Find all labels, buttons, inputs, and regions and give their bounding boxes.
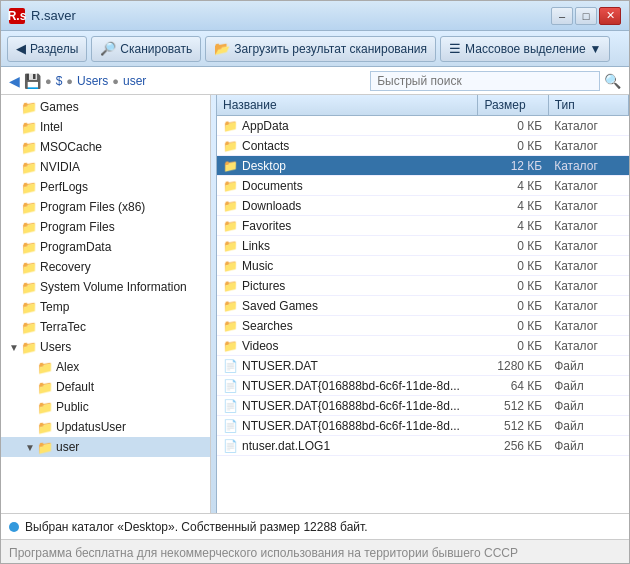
file-size: 0 КБ <box>478 316 548 336</box>
tree-item[interactable]: 📁 NVIDIA <box>1 157 210 177</box>
file-type: Каталог <box>548 276 628 296</box>
file-name: 📁Saved Games <box>217 296 478 316</box>
file-type: Каталог <box>548 336 628 356</box>
file-size: 4 КБ <box>478 216 548 236</box>
tree-item[interactable]: 📁 Public <box>1 397 210 417</box>
breadcrumb-users[interactable]: Users <box>77 74 108 88</box>
table-row[interactable]: 📁Saved Games 0 КБ Каталог <box>217 296 629 316</box>
folder-icon: 📁 <box>223 319 238 333</box>
status-message: Выбран каталог «Desktop». Собственный ра… <box>25 520 368 534</box>
file-name: 📁Favorites <box>217 216 478 236</box>
table-row[interactable]: 📁Contacts 0 КБ Каталог <box>217 136 629 156</box>
tree-item[interactable]: 📁 Games <box>1 97 210 117</box>
footer-bar: Программа бесплатна для некоммерческого … <box>1 539 629 564</box>
tree-item[interactable]: 📁 Alex <box>1 357 210 377</box>
file-name: 📄NTUSER.DAT{016888bd-6c6f-11de-8d... <box>217 376 478 396</box>
tree-item[interactable]: 📁 MSOCache <box>1 137 210 157</box>
table-row[interactable]: 📁Downloads 4 КБ Каталог <box>217 196 629 216</box>
table-row[interactable]: 📄NTUSER.DAT{016888bd-6c6f-11de-8d... 64 … <box>217 376 629 396</box>
tree-item[interactable]: 📁 Intel <box>1 117 210 137</box>
tree-item[interactable]: 📁 Program Files <box>1 217 210 237</box>
table-row[interactable]: 📁Desktop 12 КБ Каталог <box>217 156 629 176</box>
file-name: 📁Music <box>217 256 478 276</box>
folder-icon: 📁 <box>37 380 53 395</box>
file-panel: Название Размер Тип 📁AppData 0 КБ Катало… <box>217 95 629 513</box>
table-row[interactable]: 📁Videos 0 КБ Каталог <box>217 336 629 356</box>
folder-icon: 📁 <box>223 179 238 193</box>
folder-icon: 📁 <box>21 300 37 315</box>
breadcrumb-user[interactable]: user <box>123 74 146 88</box>
file-table: Название Размер Тип 📁AppData 0 КБ Катало… <box>217 95 629 456</box>
file-size: 0 КБ <box>478 336 548 356</box>
expand-icon: ▼ <box>9 342 21 353</box>
table-row[interactable]: 📁Documents 4 КБ Каталог <box>217 176 629 196</box>
file-type: Файл <box>548 376 628 396</box>
tree-item[interactable]: ▼ 📁 Users <box>1 337 210 357</box>
table-row[interactable]: 📁Searches 0 КБ Каталог <box>217 316 629 336</box>
tree-item[interactable]: 📁 TerraTec <box>1 317 210 337</box>
col-header-type[interactable]: Тип <box>548 95 628 116</box>
sections-button[interactable]: ◀ Разделы <box>7 36 87 62</box>
table-row[interactable]: 📁Music 0 КБ Каталог <box>217 256 629 276</box>
table-row[interactable]: 📄NTUSER.DAT{016888bd-6c6f-11de-8d... 512… <box>217 396 629 416</box>
file-type: Файл <box>548 396 628 416</box>
sections-icon: ◀ <box>16 41 26 56</box>
file-icon: 📄 <box>223 399 238 413</box>
file-type: Каталог <box>548 196 628 216</box>
table-row[interactable]: 📁Links 0 КБ Каталог <box>217 236 629 256</box>
tree-item[interactable]: 📁 Default <box>1 377 210 397</box>
load-scan-button[interactable]: 📂 Загрузить результат сканирования <box>205 36 436 62</box>
tree-panel: 📁 Games 📁 Intel 📁 MSOCache 📁 NVIDIA 📁 Pe… <box>1 95 211 513</box>
window-controls: – □ ✕ <box>551 7 621 25</box>
tree-item[interactable]: 📁 ProgramData <box>1 237 210 257</box>
scan-button[interactable]: 🔎 Сканировать <box>91 36 201 62</box>
status-indicator <box>9 522 19 532</box>
search-input[interactable] <box>370 71 600 91</box>
minimize-button[interactable]: – <box>551 7 573 25</box>
tree-item[interactable]: 📁 Temp <box>1 297 210 317</box>
window-title: R.saver <box>31 8 76 23</box>
folder-icon: 📁 <box>223 279 238 293</box>
folder-icon: 📁 <box>21 140 37 155</box>
tree-item[interactable]: ▼ 📁 user <box>1 437 210 457</box>
breadcrumb-bar: ◀ 💾 ● $ ● Users ● user 🔍 <box>1 67 629 95</box>
title-bar: R.s R.saver – □ ✕ <box>1 1 629 31</box>
tree-item-label: Alex <box>56 360 79 374</box>
close-button[interactable]: ✕ <box>599 7 621 25</box>
tree-item[interactable]: 📁 System Volume Information <box>1 277 210 297</box>
table-row[interactable]: 📄ntuser.dat.LOG1 256 КБ Файл <box>217 436 629 456</box>
table-row[interactable]: 📁Favorites 4 КБ Каталог <box>217 216 629 236</box>
table-row[interactable]: 📄NTUSER.DAT 1280 КБ Файл <box>217 356 629 376</box>
file-size: 64 КБ <box>478 376 548 396</box>
table-row[interactable]: 📄NTUSER.DAT{016888bd-6c6f-11de-8d... 512… <box>217 416 629 436</box>
file-type: Файл <box>548 356 628 376</box>
hdd-icon: 💾 <box>24 73 41 89</box>
tree-item[interactable]: 📁 PerfLogs <box>1 177 210 197</box>
table-row[interactable]: 📁AppData 0 КБ Каталог <box>217 116 629 136</box>
maximize-button[interactable]: □ <box>575 7 597 25</box>
tree-item[interactable]: 📁 UpdatusUser <box>1 417 210 437</box>
col-header-name[interactable]: Название <box>217 95 478 116</box>
tree-item[interactable]: 📁 Recovery <box>1 257 210 277</box>
tree-item-label: Public <box>56 400 89 414</box>
file-name: 📁Contacts <box>217 136 478 156</box>
tree-item-label: System Volume Information <box>40 280 187 294</box>
folder-icon: 📁 <box>223 259 238 273</box>
col-header-size[interactable]: Размер <box>478 95 548 116</box>
file-type: Файл <box>548 436 628 456</box>
folder-icon: 📁 <box>21 340 37 355</box>
breadcrumb-dollar[interactable]: $ <box>56 74 63 88</box>
folder-icon: 📁 <box>223 219 238 233</box>
bulk-select-button[interactable]: ☰ Массовое выделение ▼ <box>440 36 610 62</box>
file-type: Каталог <box>548 256 628 276</box>
folder-icon: 📁 <box>21 220 37 235</box>
breadcrumb-separator-3: ● <box>112 75 119 87</box>
folder-icon: 📁 <box>223 119 238 133</box>
tree-item-label: Default <box>56 380 94 394</box>
back-icon[interactable]: ◀ <box>9 73 20 89</box>
tree-item[interactable]: 📁 Program Files (x86) <box>1 197 210 217</box>
table-row[interactable]: 📁Pictures 0 КБ Каталог <box>217 276 629 296</box>
tree-item-label: TerraTec <box>40 320 86 334</box>
search-button[interactable]: 🔍 <box>604 73 621 89</box>
folder-icon: 📁 <box>21 100 37 115</box>
